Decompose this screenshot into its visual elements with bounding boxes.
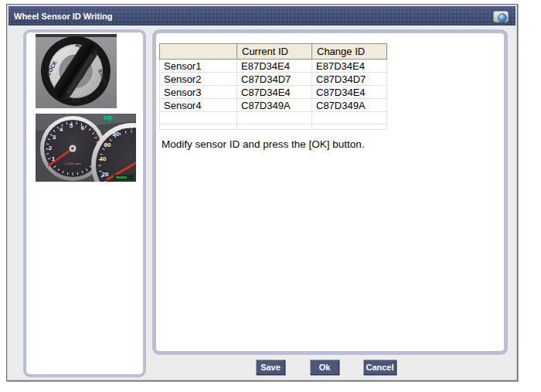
ignition-label-on: ON [72, 97, 80, 103]
wheel-sensor-id-writing-window: Wheel Sensor ID Writing [6, 4, 518, 381]
speedo-number-40: 40 [100, 155, 107, 162]
table-row: Sensor3 C87D34E4 C87D34E4 [160, 86, 387, 99]
ignition-key-photo: LOCK ACC START ON [36, 34, 117, 108]
sensor-id-table: Current ID Change ID Sensor1 E87D34E4 E8… [159, 43, 387, 130]
sensor-name-cell: Sensor4 [160, 99, 237, 112]
instruction-message: Modify sensor ID and press the [OK] butt… [162, 138, 365, 150]
camera-icon[interactable] [493, 11, 509, 22]
speedo-number-60: 60 [104, 141, 111, 148]
table-row: Sensor2 C87D34D7 C87D34D7 [160, 73, 387, 86]
tach-number-3: 3 [53, 134, 56, 141]
current-id-cell: C87D34E4 [237, 86, 312, 99]
column-header-current-id: Current ID [237, 44, 312, 60]
tach-number-6: 6 [81, 124, 85, 131]
main-content-panel: Current ID Change ID Sensor1 E87D34E4 E8… [152, 29, 508, 355]
column-header-sensor [160, 44, 237, 60]
change-id-cell[interactable]: E87D34E4 [312, 60, 387, 73]
cancel-button[interactable]: Cancel [363, 360, 396, 375]
table-header-row: Current ID Change ID [160, 44, 387, 60]
speedo-number-100: 100 [123, 123, 134, 130]
table-empty-row [160, 124, 387, 130]
sensor-name-cell: Sensor2 [160, 73, 237, 86]
column-header-change-id: Change ID [312, 44, 387, 60]
tach-number-4: 4 [60, 126, 63, 133]
sensor-name-cell: Sensor3 [160, 86, 237, 99]
title-bar: Wheel Sensor ID Writing [9, 6, 515, 26]
tach-unit-label: x 1000 rpm [65, 162, 81, 165]
speedo-number-20: 20 [102, 171, 109, 178]
table-row: Sensor1 E87D34E4 E87D34E4 [160, 60, 387, 73]
sensor-name-cell: Sensor1 [160, 60, 237, 73]
change-id-cell[interactable]: C87D34E4 [312, 86, 387, 99]
table-empty-row [160, 112, 387, 124]
current-id-cell: C87D34D7 [237, 73, 312, 86]
window-title: Wheel Sensor ID Writing [14, 12, 113, 21]
current-id-cell: C87D349A [237, 99, 312, 112]
change-id-cell[interactable]: C87D34D7 [312, 73, 387, 86]
speedo-number-80: 80 [113, 131, 120, 138]
table-row: Sensor4 C87D349A C87D349A [160, 99, 387, 112]
save-button[interactable]: Save [256, 360, 285, 375]
tach-number-5: 5 [70, 122, 73, 129]
image-sidebar-panel: LOCK ACC START ON [23, 29, 146, 377]
current-id-cell: E87D34E4 [237, 60, 312, 73]
change-id-cell[interactable]: C87D349A [312, 99, 387, 112]
ok-button[interactable]: Ok [310, 360, 339, 375]
instrument-cluster-photo: 1 2 3 4 5 6 x 1000 rpm 20 40 60 80 100 [36, 114, 136, 182]
tach-number-2: 2 [49, 145, 53, 152]
